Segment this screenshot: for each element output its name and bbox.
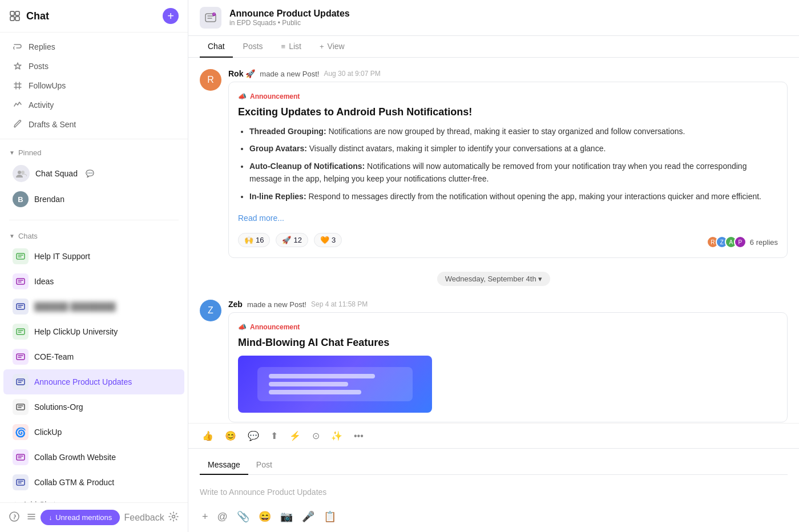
sidebar-panel-icon (9, 10, 21, 22)
channel-tabs: Chat Posts ≡ List + View (188, 36, 799, 58)
tab-posts[interactable]: Posts (235, 36, 271, 58)
toolbar-circle-button[interactable]: ⊙ (308, 428, 324, 444)
reaction-button[interactable]: 🧡 3 (314, 233, 342, 247)
view-plus-icon: + (320, 42, 324, 51)
svg-point-5 (21, 171, 25, 174)
input-attachment-button[interactable]: 📎 (235, 508, 252, 525)
pinned-item-chat-squad[interactable]: Chat Squad 💬 (3, 160, 184, 187)
input-at-button[interactable]: @ (215, 509, 230, 525)
pinned-section-header[interactable]: ▼ Pinned (0, 145, 188, 160)
sidebar-item-replies[interactable]: Replies (3, 37, 184, 57)
channel-name: Announce Product Updates (229, 9, 788, 19)
input-toolbar: 👍 😊 💬 ⬆ ⚡ ⊙ ✨ ••• (188, 423, 799, 448)
sidebar-item-coe-team[interactable]: COE-Team (3, 344, 184, 369)
message-header: Rok 🚀 made a new Post! Aug 30 at 9:07 PM (228, 69, 788, 78)
bullet-label: In-line Replies: (249, 192, 306, 201)
add-chat-button[interactable]: + Add Chat (3, 495, 184, 502)
message-time: Sep 4 at 11:58 PM (311, 300, 368, 308)
reaction-count: 3 (332, 236, 336, 244)
settings-button[interactable] (168, 511, 179, 524)
sidebar-item-clickup[interactable]: 🌀 ClickUp (3, 420, 184, 445)
feedback-button[interactable]: Feedback (124, 513, 164, 523)
input-tab-message[interactable]: Message (200, 456, 248, 475)
sidebar-item-activity[interactable]: Activity (3, 95, 184, 115)
pinned-item-brendan[interactable]: B Brendan (3, 187, 184, 212)
input-video-button[interactable]: 📷 (278, 508, 295, 525)
main-content: Announce Product Updates in EPD Squads •… (188, 0, 799, 532)
toolbar-more-button[interactable]: ••• (349, 429, 368, 444)
drafts-icon (13, 119, 23, 130)
svg-rect-8 (17, 304, 25, 309)
post-title: Exciting Updates to Android Push Notific… (238, 106, 778, 118)
sidebar-item-help-clickup[interactable]: Help ClickUp University (3, 319, 184, 344)
tab-view[interactable]: + View (312, 36, 353, 58)
reaction-emoji: 🚀 (282, 236, 291, 244)
input-paperclip-button[interactable]: 📋 (321, 508, 338, 525)
tab-list-label: List (289, 42, 301, 51)
sidebar-item-solutions-org[interactable]: Solutions-Org (3, 394, 184, 420)
announce-icon (13, 374, 29, 390)
reply-count: 6 replies (750, 238, 778, 247)
svg-rect-6 (17, 253, 25, 259)
message-row: Z Zeb made a new Post! Sep 4 at 11:58 PM… (200, 300, 788, 422)
svg-rect-13 (17, 454, 25, 460)
sidebar-bottom-left (9, 511, 37, 524)
post-type-label: Announcement (250, 323, 300, 331)
unread-mentions-button[interactable]: ↓ Unread mentions (41, 510, 120, 525)
message-input[interactable] (200, 481, 788, 503)
list-view-button[interactable] (26, 511, 37, 524)
list-item: Auto-Cleanup of Notifications: Notificat… (249, 160, 778, 186)
help-button[interactable] (9, 511, 19, 524)
image-bar (269, 382, 348, 386)
input-mic-button[interactable]: 🎤 (300, 508, 317, 525)
toolbar-sparkle-button[interactable]: ✨ (326, 428, 347, 444)
read-more-link[interactable]: Read more... (238, 212, 284, 224)
toolbar-upload-button[interactable]: ⬆ (266, 428, 283, 444)
sidebar-item-announce[interactable]: Announce Product Updates (3, 369, 184, 394)
sidebar-item-posts[interactable]: Posts (3, 57, 184, 76)
unread-mentions-label: Unread mentions (55, 513, 112, 522)
message-header: Zeb made a new Post! Sep 4 at 11:58 PM (228, 300, 788, 309)
sidebar: Chat + Replies Posts FollowUps (0, 0, 188, 532)
sidebar-item-collab-growth[interactable]: Collab Growth Website (3, 445, 184, 470)
toolbar-thumbsup-button[interactable]: 👍 (197, 428, 218, 444)
sidebar-item-drafts[interactable]: Drafts & Sent (3, 115, 184, 134)
activity-icon (13, 100, 23, 110)
chats-section-header[interactable]: ▼ Chats (0, 228, 188, 244)
reaction-count: 16 (256, 236, 264, 244)
reactions: 🙌 16 🚀 12 🧡 3 (238, 231, 778, 248)
new-chat-button[interactable]: + (163, 8, 179, 24)
sidebar-item-collab-gtm[interactable]: Collab GTM & Product (3, 470, 184, 495)
image-bar (269, 390, 361, 394)
post-body: Threaded Grouping: Notifications are now… (238, 125, 778, 224)
sidebar-item-ideas[interactable]: Ideas (3, 269, 184, 294)
help-clickup-label: Help ClickUp University (34, 327, 118, 336)
message-content: Zeb made a new Post! Sep 4 at 11:58 PM 📣… (228, 300, 788, 422)
toolbar-bubble-button[interactable]: 💬 (243, 428, 264, 444)
chats-arrow-icon: ▼ (9, 233, 15, 239)
input-plus-button[interactable]: + (200, 509, 211, 525)
toolbar-at-button[interactable]: 😊 (220, 428, 241, 444)
input-tab-post[interactable]: Post (248, 456, 280, 475)
sidebar-bottom: ↓ Unread mentions Feedback (0, 502, 188, 532)
post-card: 📣 Announcement Mind-Blowing AI Chat Feat… (228, 312, 788, 422)
date-pill[interactable]: Wednesday, September 4th ▾ (437, 272, 551, 286)
input-tab-post-label: Post (256, 460, 272, 469)
collab-growth-icon (13, 449, 29, 465)
tab-chat-label: Chat (208, 42, 225, 51)
collab-growth-label: Collab Growth Website (34, 453, 116, 462)
tab-list[interactable]: ≡ List (273, 36, 309, 58)
ideas-icon (13, 273, 29, 289)
sidebar-item-help-it[interactable]: Help IT Support (3, 244, 184, 269)
input-emoji-button[interactable]: 😄 (256, 508, 273, 525)
toolbar-lightning-button[interactable]: ⚡ (285, 428, 305, 444)
sidebar-item-followups[interactable]: FollowUps (3, 76, 184, 95)
sidebar-item-blurred[interactable]: ██████ ████████ (3, 294, 184, 319)
reaction-button[interactable]: 🚀 12 (276, 233, 308, 247)
date-label: Wednesday, September 4th ▾ (445, 275, 543, 283)
tab-chat[interactable]: Chat (200, 36, 233, 58)
divider (9, 220, 179, 220)
unread-arrow-icon: ↓ (49, 514, 52, 522)
collab-gtm-icon (13, 474, 29, 490)
reaction-button[interactable]: 🙌 16 (238, 233, 270, 247)
